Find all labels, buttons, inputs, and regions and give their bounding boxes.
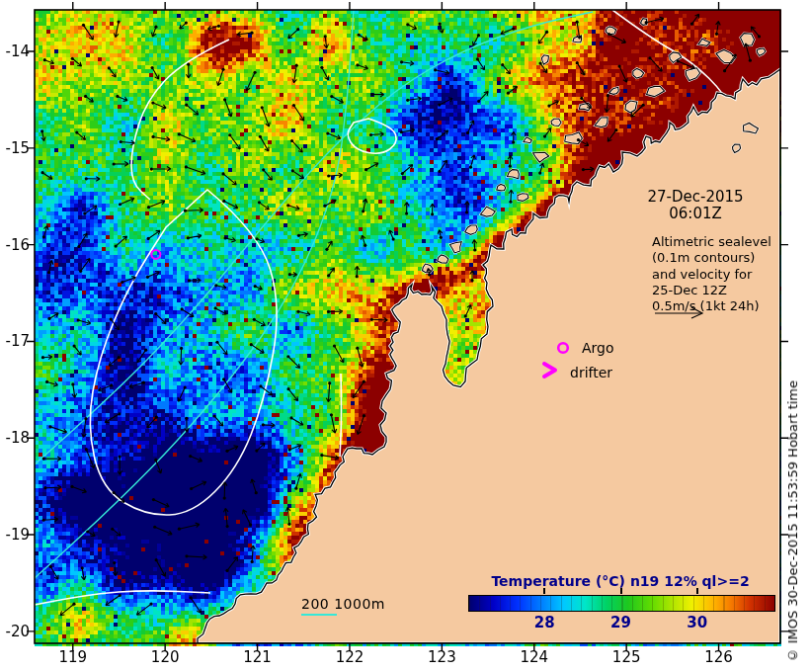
- drifter-marker-icon: [541, 361, 559, 380]
- x-tick-label: 126: [704, 648, 733, 666]
- colorbar-gradient: [468, 595, 775, 612]
- y-tick-label: -14: [0, 42, 30, 60]
- copyright-text: © IMOS 30-Dec-2015 11:53:59 Hobart time: [785, 380, 800, 663]
- x-tick-label: 122: [336, 648, 364, 666]
- y-tick-label: -19: [0, 526, 30, 544]
- colorbar-tick: [696, 588, 698, 594]
- drifter-label: drifter: [570, 365, 612, 380]
- altimetric-note-line: and velocity for: [652, 267, 771, 283]
- sst-map-canvas: [25, 0, 790, 653]
- altimetric-note-line: (0.1m contours): [652, 250, 771, 266]
- colorbar-tick-label: 28: [534, 614, 555, 631]
- altimetric-note-line: 25-Dec 12Z: [652, 283, 771, 298]
- argo-marker-icon: [555, 340, 571, 356]
- altimetric-note-line: Altimetric sealevel: [652, 234, 771, 250]
- y-tick-label: -17: [0, 332, 30, 350]
- depth-scale-label: 200 1000m: [301, 596, 385, 612]
- colorbar-tick-label: 30: [687, 614, 707, 631]
- x-tick-label: 120: [151, 648, 180, 666]
- observation-date: 27-Dec-2015: [640, 189, 751, 206]
- colorbar-tick-label: 29: [610, 614, 631, 631]
- colorbar-title: Temperature (°C) n19 12% ql>=2: [464, 573, 776, 589]
- colorbar-tick: [543, 588, 545, 594]
- depth-contour-sample-line: [301, 614, 337, 616]
- y-tick-label: -18: [0, 429, 30, 447]
- observation-time: 06:01Z: [640, 206, 751, 222]
- y-tick-label: -20: [0, 623, 30, 640]
- sst-figure: 27-Dec-2015 06:01Z Altimetric sealevel (…: [0, 0, 810, 672]
- x-tick-label: 125: [612, 648, 641, 666]
- observation-datetime: 27-Dec-2015 06:01Z: [640, 189, 751, 222]
- altimetric-note: Altimetric sealevel (0.1m contours) and …: [652, 234, 771, 314]
- x-tick-label: 119: [58, 648, 87, 666]
- x-tick-label: 124: [520, 648, 548, 666]
- y-tick-label: -15: [0, 139, 30, 157]
- argo-label: Argo: [582, 340, 614, 356]
- velocity-scale-arrow-icon: [654, 305, 705, 319]
- x-tick-label: 121: [243, 648, 272, 666]
- y-tick-label: -16: [0, 236, 30, 254]
- colorbar-tick: [620, 588, 622, 594]
- x-tick-label: 123: [428, 648, 456, 666]
